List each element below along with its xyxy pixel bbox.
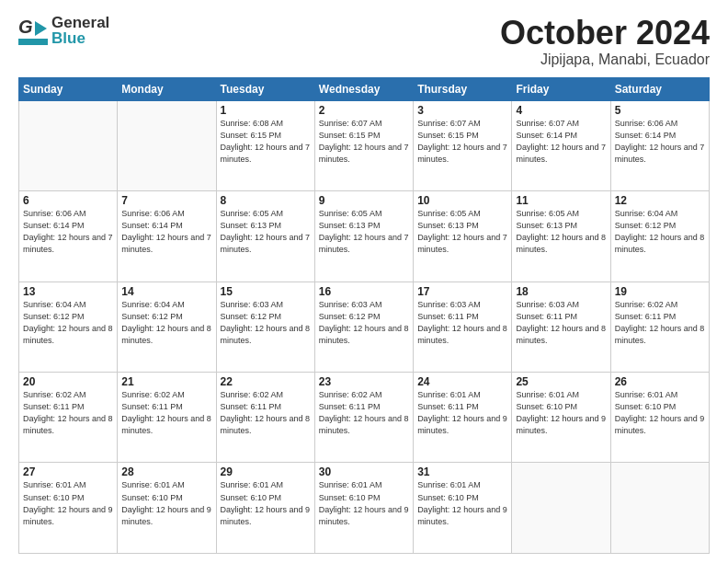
calendar-table: Sunday Monday Tuesday Wednesday Thursday…	[18, 77, 710, 554]
calendar-cell: 6Sunrise: 6:06 AM Sunset: 6:14 PM Daylig…	[19, 191, 118, 282]
day-number: 31	[417, 465, 507, 478]
calendar-cell: 11Sunrise: 6:05 AM Sunset: 6:13 PM Dayli…	[512, 191, 610, 282]
calendar-cell: 27Sunrise: 6:01 AM Sunset: 6:10 PM Dayli…	[19, 463, 118, 554]
day-detail: Sunrise: 6:06 AM Sunset: 6:14 PM Dayligh…	[23, 208, 113, 256]
day-number: 28	[121, 465, 211, 478]
brand-blue: Blue	[51, 30, 109, 46]
day-detail: Sunrise: 6:05 AM Sunset: 6:13 PM Dayligh…	[319, 208, 409, 256]
calendar-cell: 1Sunrise: 6:08 AM Sunset: 6:15 PM Daylig…	[216, 100, 314, 190]
day-detail: Sunrise: 6:07 AM Sunset: 6:14 PM Dayligh…	[516, 118, 606, 166]
day-number: 19	[615, 285, 705, 298]
calendar-cell: 22Sunrise: 6:02 AM Sunset: 6:11 PM Dayli…	[216, 373, 314, 463]
logo: G General Blue	[18, 15, 109, 46]
calendar-subtitle: Jipijapa, Manabi, Ecuador	[500, 52, 710, 68]
day-detail: Sunrise: 6:05 AM Sunset: 6:13 PM Dayligh…	[417, 208, 507, 256]
col-monday: Monday	[118, 77, 216, 100]
day-detail: Sunrise: 6:03 AM Sunset: 6:12 PM Dayligh…	[319, 299, 409, 347]
calendar-week-4: 20Sunrise: 6:02 AM Sunset: 6:11 PM Dayli…	[19, 373, 710, 463]
day-number: 3	[417, 104, 507, 117]
day-number: 23	[319, 375, 409, 388]
calendar-cell: 21Sunrise: 6:02 AM Sunset: 6:11 PM Dayli…	[118, 373, 216, 463]
day-detail: Sunrise: 6:01 AM Sunset: 6:10 PM Dayligh…	[516, 389, 606, 437]
calendar-cell: 25Sunrise: 6:01 AM Sunset: 6:10 PM Dayli…	[512, 373, 610, 463]
day-number: 17	[417, 285, 507, 298]
calendar-cell: 4Sunrise: 6:07 AM Sunset: 6:14 PM Daylig…	[512, 100, 610, 190]
day-detail: Sunrise: 6:07 AM Sunset: 6:15 PM Dayligh…	[417, 118, 507, 166]
day-number: 30	[319, 465, 409, 478]
col-thursday: Thursday	[414, 77, 512, 100]
day-number: 21	[121, 375, 211, 388]
day-number: 2	[319, 104, 409, 117]
calendar-week-5: 27Sunrise: 6:01 AM Sunset: 6:10 PM Dayli…	[19, 463, 710, 554]
calendar-title: October 2024	[500, 15, 710, 52]
day-detail: Sunrise: 6:01 AM Sunset: 6:10 PM Dayligh…	[121, 479, 211, 527]
page: G General Blue October 2024 Jipijapa, Ma…	[0, 0, 728, 563]
day-number: 29	[221, 465, 311, 478]
calendar-cell: 2Sunrise: 6:07 AM Sunset: 6:15 PM Daylig…	[314, 100, 413, 190]
calendar-cell: 3Sunrise: 6:07 AM Sunset: 6:15 PM Daylig…	[414, 100, 512, 190]
day-detail: Sunrise: 6:02 AM Sunset: 6:11 PM Dayligh…	[23, 389, 113, 437]
calendar-cell: 30Sunrise: 6:01 AM Sunset: 6:10 PM Dayli…	[314, 463, 413, 554]
day-detail: Sunrise: 6:03 AM Sunset: 6:11 PM Dayligh…	[417, 299, 507, 347]
day-detail: Sunrise: 6:05 AM Sunset: 6:13 PM Dayligh…	[516, 208, 606, 256]
day-detail: Sunrise: 6:08 AM Sunset: 6:15 PM Dayligh…	[221, 118, 311, 166]
day-number: 6	[23, 194, 113, 207]
calendar-cell: 13Sunrise: 6:04 AM Sunset: 6:12 PM Dayli…	[19, 282, 118, 372]
day-detail: Sunrise: 6:02 AM Sunset: 6:11 PM Dayligh…	[319, 389, 409, 437]
calendar-week-2: 6Sunrise: 6:06 AM Sunset: 6:14 PM Daylig…	[19, 191, 710, 282]
day-number: 10	[417, 194, 507, 207]
day-detail: Sunrise: 6:01 AM Sunset: 6:10 PM Dayligh…	[23, 479, 113, 527]
calendar-week-1: 1Sunrise: 6:08 AM Sunset: 6:15 PM Daylig…	[19, 100, 710, 190]
col-saturday: Saturday	[610, 77, 709, 100]
day-number: 25	[516, 375, 606, 388]
calendar-cell: 8Sunrise: 6:05 AM Sunset: 6:13 PM Daylig…	[216, 191, 314, 282]
calendar-cell: 29Sunrise: 6:01 AM Sunset: 6:10 PM Dayli…	[216, 463, 314, 554]
day-number: 5	[615, 104, 705, 117]
brand-general: General	[51, 15, 109, 30]
col-sunday: Sunday	[19, 77, 118, 100]
day-number: 9	[319, 194, 409, 207]
logo-arrow-icon	[35, 21, 47, 36]
day-number: 18	[516, 285, 606, 298]
day-detail: Sunrise: 6:01 AM Sunset: 6:10 PM Dayligh…	[615, 389, 705, 437]
day-number: 26	[615, 375, 705, 388]
day-detail: Sunrise: 6:06 AM Sunset: 6:14 PM Dayligh…	[121, 208, 211, 256]
day-detail: Sunrise: 6:02 AM Sunset: 6:11 PM Dayligh…	[121, 389, 211, 437]
day-detail: Sunrise: 6:02 AM Sunset: 6:11 PM Dayligh…	[615, 299, 705, 347]
day-detail: Sunrise: 6:07 AM Sunset: 6:15 PM Dayligh…	[319, 118, 409, 166]
day-number: 27	[23, 465, 113, 478]
calendar-cell	[118, 100, 216, 190]
day-number: 1	[221, 104, 311, 117]
day-detail: Sunrise: 6:01 AM Sunset: 6:10 PM Dayligh…	[417, 479, 507, 527]
logo-graphic: G	[18, 17, 48, 45]
calendar-cell: 9Sunrise: 6:05 AM Sunset: 6:13 PM Daylig…	[314, 191, 413, 282]
header: G General Blue October 2024 Jipijapa, Ma…	[18, 15, 710, 68]
day-detail: Sunrise: 6:04 AM Sunset: 6:12 PM Dayligh…	[615, 208, 705, 256]
day-detail: Sunrise: 6:06 AM Sunset: 6:14 PM Dayligh…	[615, 118, 705, 166]
day-number: 12	[615, 194, 705, 207]
logo-bar	[18, 39, 48, 45]
calendar-cell: 10Sunrise: 6:05 AM Sunset: 6:13 PM Dayli…	[414, 191, 512, 282]
day-number: 22	[221, 375, 311, 388]
logo-g-letter: G	[18, 17, 33, 38]
calendar-cell: 16Sunrise: 6:03 AM Sunset: 6:12 PM Dayli…	[314, 282, 413, 372]
calendar-cell: 5Sunrise: 6:06 AM Sunset: 6:14 PM Daylig…	[610, 100, 709, 190]
day-detail: Sunrise: 6:01 AM Sunset: 6:11 PM Dayligh…	[417, 389, 507, 437]
day-detail: Sunrise: 6:04 AM Sunset: 6:12 PM Dayligh…	[121, 299, 211, 347]
day-number: 8	[221, 194, 311, 207]
calendar-cell	[19, 100, 118, 190]
calendar-cell: 23Sunrise: 6:02 AM Sunset: 6:11 PM Dayli…	[314, 373, 413, 463]
calendar-cell: 7Sunrise: 6:06 AM Sunset: 6:14 PM Daylig…	[118, 191, 216, 282]
day-number: 15	[221, 285, 311, 298]
col-friday: Friday	[512, 77, 610, 100]
calendar-cell: 31Sunrise: 6:01 AM Sunset: 6:10 PM Dayli…	[414, 463, 512, 554]
calendar-cell: 24Sunrise: 6:01 AM Sunset: 6:11 PM Dayli…	[414, 373, 512, 463]
brand-name: General Blue	[51, 15, 109, 46]
day-number: 14	[121, 285, 211, 298]
day-number: 20	[23, 375, 113, 388]
day-detail: Sunrise: 6:01 AM Sunset: 6:10 PM Dayligh…	[319, 479, 409, 527]
day-detail: Sunrise: 6:01 AM Sunset: 6:10 PM Dayligh…	[221, 479, 311, 527]
day-number: 11	[516, 194, 606, 207]
calendar-cell: 18Sunrise: 6:03 AM Sunset: 6:11 PM Dayli…	[512, 282, 610, 372]
calendar-week-3: 13Sunrise: 6:04 AM Sunset: 6:12 PM Dayli…	[19, 282, 710, 372]
